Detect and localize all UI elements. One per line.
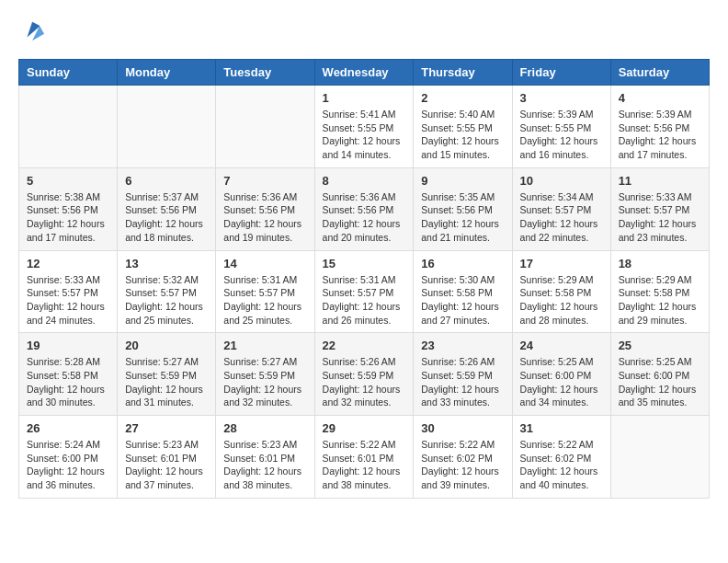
cell-content: Sunrise: 5:29 AM Sunset: 5:58 PM Dayligh… xyxy=(619,273,701,327)
day-number: 19 xyxy=(27,339,109,352)
calendar-cell: 13Sunrise: 5:32 AM Sunset: 5:57 PM Dayli… xyxy=(118,250,216,333)
cell-content: Sunrise: 5:26 AM Sunset: 5:59 PM Dayligh… xyxy=(421,355,504,409)
calendar-cell: 27Sunrise: 5:23 AM Sunset: 6:01 PM Dayli… xyxy=(118,416,216,499)
calendar-cell: 18Sunrise: 5:29 AM Sunset: 5:58 PM Dayli… xyxy=(610,250,709,333)
calendar-cell: 5Sunrise: 5:38 AM Sunset: 5:56 PM Daylig… xyxy=(19,167,118,250)
cell-content: Sunrise: 5:38 AM Sunset: 5:56 PM Dayligh… xyxy=(27,190,109,245)
day-number: 7 xyxy=(223,174,306,188)
day-header-friday: Friday xyxy=(512,60,610,86)
calendar-cell: 19Sunrise: 5:28 AM Sunset: 5:58 PM Dayli… xyxy=(19,333,118,416)
day-number: 28 xyxy=(223,421,306,435)
calendar-cell: 11Sunrise: 5:33 AM Sunset: 5:57 PM Dayli… xyxy=(610,167,709,250)
day-header-thursday: Thursday xyxy=(414,60,512,86)
cell-content: Sunrise: 5:28 AM Sunset: 5:58 PM Dayligh… xyxy=(27,355,109,409)
calendar-cell: 8Sunrise: 5:36 AM Sunset: 5:56 PM Daylig… xyxy=(314,167,414,250)
calendar-cell: 25Sunrise: 5:25 AM Sunset: 6:00 PM Dayli… xyxy=(610,333,709,416)
calendar-cell: 26Sunrise: 5:24 AM Sunset: 6:00 PM Dayli… xyxy=(19,416,118,499)
day-number: 4 xyxy=(619,91,701,105)
cell-content: Sunrise: 5:39 AM Sunset: 5:55 PM Dayligh… xyxy=(520,108,603,162)
logo-icon xyxy=(20,18,46,44)
day-header-tuesday: Tuesday xyxy=(216,60,314,86)
calendar-cell: 9Sunrise: 5:35 AM Sunset: 5:56 PM Daylig… xyxy=(414,167,512,250)
day-header-monday: Monday xyxy=(118,60,216,86)
cell-content: Sunrise: 5:41 AM Sunset: 5:55 PM Dayligh… xyxy=(323,108,406,162)
calendar-cell: 12Sunrise: 5:33 AM Sunset: 5:57 PM Dayli… xyxy=(19,250,118,333)
day-number: 30 xyxy=(421,421,504,435)
header-row: SundayMondayTuesdayWednesdayThursdayFrid… xyxy=(19,60,710,86)
page-header xyxy=(18,18,710,44)
calendar-cell: 30Sunrise: 5:22 AM Sunset: 6:02 PM Dayli… xyxy=(414,416,512,499)
day-number: 21 xyxy=(223,339,306,352)
day-number: 6 xyxy=(125,174,208,188)
day-number: 1 xyxy=(323,91,406,105)
week-row-3: 12Sunrise: 5:33 AM Sunset: 5:57 PM Dayli… xyxy=(19,250,710,333)
cell-content: Sunrise: 5:39 AM Sunset: 5:56 PM Dayligh… xyxy=(619,108,701,162)
day-number: 2 xyxy=(421,91,504,105)
cell-content: Sunrise: 5:35 AM Sunset: 5:56 PM Dayligh… xyxy=(421,190,504,245)
week-row-1: 1Sunrise: 5:41 AM Sunset: 5:55 PM Daylig… xyxy=(19,86,710,168)
cell-content: Sunrise: 5:29 AM Sunset: 5:58 PM Dayligh… xyxy=(520,273,603,327)
cell-content: Sunrise: 5:24 AM Sunset: 6:00 PM Dayligh… xyxy=(27,438,109,492)
day-number: 25 xyxy=(619,339,701,352)
cell-content: Sunrise: 5:22 AM Sunset: 6:02 PM Dayligh… xyxy=(421,438,504,492)
day-number: 9 xyxy=(421,174,504,188)
cell-content: Sunrise: 5:40 AM Sunset: 5:55 PM Dayligh… xyxy=(421,108,504,162)
cell-content: Sunrise: 5:34 AM Sunset: 5:57 PM Dayligh… xyxy=(520,190,603,245)
calendar-cell: 24Sunrise: 5:25 AM Sunset: 6:00 PM Dayli… xyxy=(512,333,610,416)
day-number: 20 xyxy=(125,339,208,352)
cell-content: Sunrise: 5:25 AM Sunset: 6:00 PM Dayligh… xyxy=(619,355,701,409)
day-number: 22 xyxy=(323,339,406,352)
cell-content: Sunrise: 5:27 AM Sunset: 5:59 PM Dayligh… xyxy=(125,355,208,409)
cell-content: Sunrise: 5:37 AM Sunset: 5:56 PM Dayligh… xyxy=(125,190,208,245)
calendar-cell: 20Sunrise: 5:27 AM Sunset: 5:59 PM Dayli… xyxy=(118,333,216,416)
calendar-cell: 21Sunrise: 5:27 AM Sunset: 5:59 PM Dayli… xyxy=(216,333,314,416)
cell-content: Sunrise: 5:23 AM Sunset: 6:01 PM Dayligh… xyxy=(223,438,306,492)
day-number: 11 xyxy=(619,174,701,188)
calendar-cell xyxy=(216,86,314,168)
calendar-cell: 10Sunrise: 5:34 AM Sunset: 5:57 PM Dayli… xyxy=(512,167,610,250)
day-number: 14 xyxy=(223,257,306,270)
day-number: 18 xyxy=(619,257,701,270)
calendar-cell: 4Sunrise: 5:39 AM Sunset: 5:56 PM Daylig… xyxy=(610,86,709,168)
day-number: 17 xyxy=(520,257,603,270)
day-number: 16 xyxy=(421,257,504,270)
day-number: 5 xyxy=(27,174,109,188)
calendar-cell: 14Sunrise: 5:31 AM Sunset: 5:57 PM Dayli… xyxy=(216,250,314,333)
cell-content: Sunrise: 5:27 AM Sunset: 5:59 PM Dayligh… xyxy=(223,355,306,409)
day-header-wednesday: Wednesday xyxy=(314,60,414,86)
cell-content: Sunrise: 5:26 AM Sunset: 5:59 PM Dayligh… xyxy=(323,355,406,409)
week-row-2: 5Sunrise: 5:38 AM Sunset: 5:56 PM Daylig… xyxy=(19,167,710,250)
calendar-table: SundayMondayTuesdayWednesdayThursdayFrid… xyxy=(18,59,710,499)
calendar-cell: 15Sunrise: 5:31 AM Sunset: 5:57 PM Dayli… xyxy=(314,250,414,333)
calendar-cell: 31Sunrise: 5:22 AM Sunset: 6:02 PM Dayli… xyxy=(512,416,610,499)
calendar-cell: 22Sunrise: 5:26 AM Sunset: 5:59 PM Dayli… xyxy=(314,333,414,416)
calendar-cell: 6Sunrise: 5:37 AM Sunset: 5:56 PM Daylig… xyxy=(118,167,216,250)
cell-content: Sunrise: 5:25 AM Sunset: 6:00 PM Dayligh… xyxy=(520,355,603,409)
calendar-cell: 29Sunrise: 5:22 AM Sunset: 6:01 PM Dayli… xyxy=(314,416,414,499)
day-number: 13 xyxy=(125,257,208,270)
cell-content: Sunrise: 5:22 AM Sunset: 6:02 PM Dayligh… xyxy=(520,438,603,492)
calendar-cell xyxy=(610,416,709,499)
calendar-cell: 1Sunrise: 5:41 AM Sunset: 5:55 PM Daylig… xyxy=(314,86,414,168)
day-header-sunday: Sunday xyxy=(19,60,118,86)
calendar-cell xyxy=(19,86,118,168)
day-number: 3 xyxy=(520,91,603,105)
cell-content: Sunrise: 5:36 AM Sunset: 5:56 PM Dayligh… xyxy=(223,190,306,245)
calendar-cell: 7Sunrise: 5:36 AM Sunset: 5:56 PM Daylig… xyxy=(216,167,314,250)
cell-content: Sunrise: 5:32 AM Sunset: 5:57 PM Dayligh… xyxy=(125,273,208,327)
cell-content: Sunrise: 5:33 AM Sunset: 5:57 PM Dayligh… xyxy=(27,273,109,327)
day-number: 31 xyxy=(520,421,603,435)
cell-content: Sunrise: 5:33 AM Sunset: 5:57 PM Dayligh… xyxy=(619,190,701,245)
cell-content: Sunrise: 5:36 AM Sunset: 5:56 PM Dayligh… xyxy=(323,190,406,245)
calendar-cell: 3Sunrise: 5:39 AM Sunset: 5:55 PM Daylig… xyxy=(512,86,610,168)
calendar-cell xyxy=(118,86,216,168)
day-number: 15 xyxy=(323,257,406,270)
week-row-5: 26Sunrise: 5:24 AM Sunset: 6:00 PM Dayli… xyxy=(19,416,710,499)
calendar-cell: 17Sunrise: 5:29 AM Sunset: 5:58 PM Dayli… xyxy=(512,250,610,333)
week-row-4: 19Sunrise: 5:28 AM Sunset: 5:58 PM Dayli… xyxy=(19,333,710,416)
cell-content: Sunrise: 5:22 AM Sunset: 6:01 PM Dayligh… xyxy=(323,438,406,492)
calendar-cell: 16Sunrise: 5:30 AM Sunset: 5:58 PM Dayli… xyxy=(414,250,512,333)
calendar-cell: 2Sunrise: 5:40 AM Sunset: 5:55 PM Daylig… xyxy=(414,86,512,168)
day-number: 24 xyxy=(520,339,603,352)
calendar-cell: 28Sunrise: 5:23 AM Sunset: 6:01 PM Dayli… xyxy=(216,416,314,499)
